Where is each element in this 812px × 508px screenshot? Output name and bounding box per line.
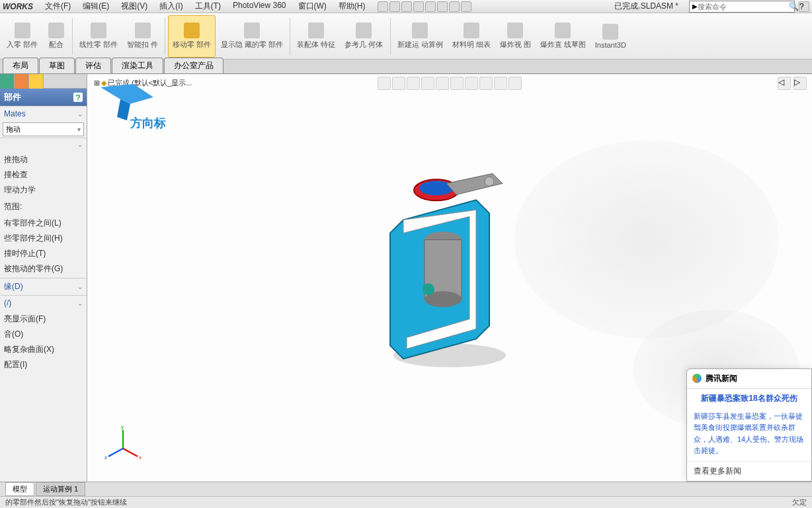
opt-sound[interactable]: 音(O)	[0, 327, 87, 342]
options-icon[interactable]	[461, 1, 471, 12]
save-icon[interactable]	[401, 1, 412, 12]
btab-motion[interactable]: 运动算例 1	[36, 482, 85, 496]
opt-push[interactable]: 推拖动	[0, 152, 87, 167]
move-icon	[184, 22, 200, 38]
menu-insert[interactable]: 插入(I)	[154, 0, 188, 13]
print-icon[interactable]	[413, 1, 424, 12]
insert-comp-icon	[15, 22, 30, 38]
menu-photoview[interactable]: PhotoView 360	[227, 0, 292, 13]
menu-bar: 文件(F) 编辑(E) 视图(V) 插入(I) 工具(T) PhotoView …	[40, 0, 371, 13]
rb-bom[interactable]: 材料明 细表	[448, 15, 495, 58]
opt-stop[interactable]: 撞时停止(T)	[0, 246, 87, 261]
news-body: 新疆莎车县发生暴恐案，一伙暴徒驾美食街投掷爆燃装置并砍杀群众，人遇难、14人受伤…	[687, 408, 811, 461]
tab-sketch[interactable]: 草图	[39, 58, 75, 73]
bottom-tabs: 模型 运动算例 1	[0, 482, 812, 496]
scene-icon[interactable]	[494, 77, 507, 90]
section-collapse1[interactable]: ⌄	[0, 138, 87, 151]
rb-asmfeat[interactable]: 装配体 特征	[293, 15, 339, 58]
zoom-fit-icon[interactable]	[378, 77, 391, 90]
new-icon[interactable]	[378, 1, 388, 12]
section-n[interactable]: (/)⌄	[0, 295, 87, 310]
section-icon[interactable]	[421, 77, 434, 90]
next-icon[interactable]: ▷	[793, 77, 807, 90]
menu-help[interactable]: 帮助(H)	[333, 0, 371, 13]
opt-dynamics[interactable]: 理动力学	[0, 183, 87, 198]
quick-toolbar	[378, 1, 471, 12]
opt-all[interactable]: 有零部件之间(L)	[0, 216, 87, 231]
btab-model[interactable]: 模型	[5, 482, 34, 496]
zoom-area-icon[interactable]	[392, 77, 405, 90]
mate-icon	[48, 22, 64, 38]
section-mates[interactable]: Mates⌄	[0, 106, 87, 121]
menu-tools[interactable]: 工具(T)	[190, 0, 226, 13]
panel-tab-config[interactable]	[29, 74, 44, 89]
svg-line-10	[123, 448, 138, 456]
rb-motion[interactable]: 新建运 动算例	[393, 15, 447, 58]
instant3d-icon	[602, 24, 618, 40]
rb-insert-comp[interactable]: 入零 部件	[3, 15, 42, 58]
opt-some[interactable]: 些零部件之间(H)	[0, 231, 87, 246]
search-input[interactable]	[698, 3, 789, 11]
news-more[interactable]: 查看更多新闻	[687, 461, 811, 481]
opt-dragged[interactable]: 被拖动的零件(G)	[0, 261, 87, 276]
open-icon[interactable]	[389, 1, 400, 12]
search-box[interactable]: ▶ 🔍	[689, 1, 795, 13]
panel-tab-feature[interactable]	[0, 74, 15, 89]
prev-view-icon[interactable]	[407, 77, 420, 90]
hide-show-icon[interactable]	[465, 77, 478, 90]
svg-text:y: y	[121, 424, 124, 430]
panel-header: 部件 ?	[0, 89, 87, 106]
tab-evaluate[interactable]: 评估	[75, 58, 111, 73]
svg-point-8	[485, 177, 494, 186]
help-icon[interactable]: ?	[799, 1, 809, 12]
chevron-down-icon: ⌄	[77, 110, 83, 118]
opt-hi[interactable]: 亮显示面(F)	[0, 312, 87, 327]
undo-icon[interactable]	[425, 1, 436, 12]
tab-layout[interactable]: 布局	[3, 58, 38, 73]
rb-refgeo[interactable]: 参考几 何体	[341, 15, 387, 58]
chevron-down-icon: ▾	[77, 126, 81, 133]
menu-file[interactable]: 文件(F)	[40, 0, 76, 13]
rb-mate[interactable]: 配合	[43, 15, 69, 58]
svg-point-9	[423, 283, 434, 295]
tab-office[interactable]: 办公室产品	[164, 58, 223, 73]
rb-showhide[interactable]: 显示隐 藏的零 部件	[217, 15, 287, 58]
svg-text:z: z	[104, 454, 107, 460]
search-icon[interactable]: 🔍	[789, 2, 799, 11]
view-orient-icon[interactable]	[436, 77, 449, 90]
rb-explline[interactable]: 爆炸直 线草图	[536, 15, 590, 58]
status-left: 的零部件然后按"恢复拖动"按钮来继续	[5, 497, 127, 507]
opt-config[interactable]: 配置(I)	[0, 357, 87, 372]
svg-line-14	[108, 448, 123, 456]
rb-move[interactable]: 移动零 部件	[168, 15, 216, 58]
news-title[interactable]: 新疆暴恐案致18名群众死伤	[687, 389, 811, 408]
rb-linear[interactable]: 线性零 部件	[75, 15, 122, 58]
dropdown-drag[interactable]: 拖动▾	[3, 122, 84, 136]
nav-buttons: ◁ ▷	[778, 77, 807, 90]
menu-window[interactable]: 窗口(W)	[293, 0, 332, 13]
menu-edit[interactable]: 编辑(E)	[77, 0, 114, 13]
rebuild-icon[interactable]	[449, 1, 460, 12]
section-d[interactable]: 缘(D)⌄	[0, 278, 87, 295]
opt-ignore[interactable]: 略复杂曲面(X)	[0, 342, 87, 357]
prev-icon[interactable]: ◁	[778, 77, 791, 90]
rb-explode[interactable]: 爆炸视 图	[496, 15, 535, 58]
range-label: 范围:	[0, 199, 87, 214]
appearance-icon[interactable]	[479, 77, 493, 90]
model-3d[interactable]	[370, 160, 529, 374]
svg-text:x: x	[139, 454, 142, 460]
panel-tab-display[interactable]	[15, 74, 29, 89]
opt-collision[interactable]: 撞检查	[0, 167, 87, 183]
rb-instant3d[interactable]: Instant3D	[591, 15, 630, 58]
ribbon-sep	[72, 18, 73, 55]
explode-icon	[507, 22, 523, 38]
doc-name: 已完成.SLDASM *	[614, 1, 678, 12]
help-pin-icon[interactable]: ?	[73, 93, 83, 102]
rb-smart[interactable]: 智能扣 件	[123, 15, 162, 58]
display-style-icon[interactable]	[450, 77, 464, 90]
menu-view[interactable]: 视图(V)	[116, 0, 153, 13]
select-icon[interactable]	[437, 1, 448, 12]
tab-render[interactable]: 渲染工具	[112, 58, 163, 73]
triad[interactable]: x y z	[103, 422, 143, 462]
render-icon[interactable]	[508, 77, 522, 90]
